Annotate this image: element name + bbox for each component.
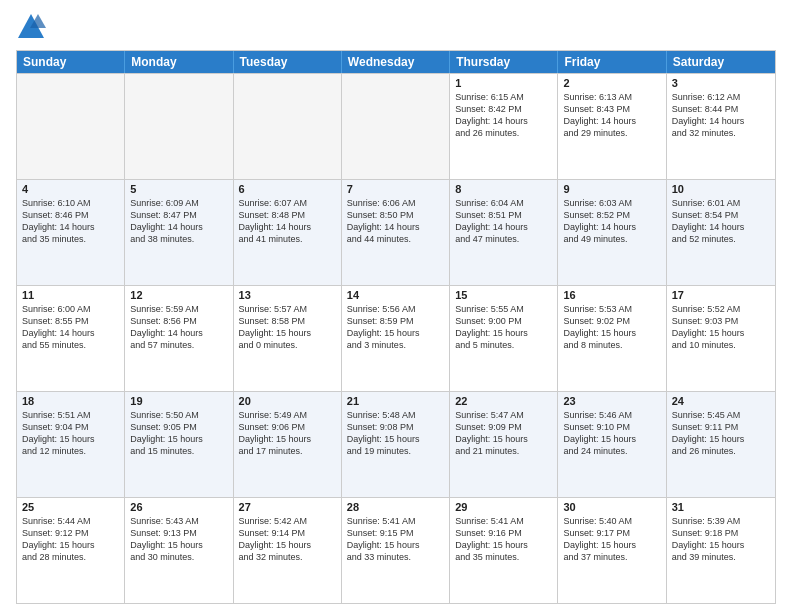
cell-text: Sunrise: 6:15 AM Sunset: 8:42 PM Dayligh… [455, 91, 552, 140]
cal-cell [17, 74, 125, 179]
cell-text: Sunrise: 5:53 AM Sunset: 9:02 PM Dayligh… [563, 303, 660, 352]
header [16, 12, 776, 42]
day-number: 9 [563, 183, 660, 195]
cell-text: Sunrise: 5:41 AM Sunset: 9:16 PM Dayligh… [455, 515, 552, 564]
day-number: 3 [672, 77, 770, 89]
day-number: 14 [347, 289, 444, 301]
cal-cell: 12Sunrise: 5:59 AM Sunset: 8:56 PM Dayli… [125, 286, 233, 391]
cell-text: Sunrise: 6:06 AM Sunset: 8:50 PM Dayligh… [347, 197, 444, 246]
cell-text: Sunrise: 5:44 AM Sunset: 9:12 PM Dayligh… [22, 515, 119, 564]
day-number: 8 [455, 183, 552, 195]
day-number: 10 [672, 183, 770, 195]
cal-cell: 24Sunrise: 5:45 AM Sunset: 9:11 PM Dayli… [667, 392, 775, 497]
cal-cell: 17Sunrise: 5:52 AM Sunset: 9:03 PM Dayli… [667, 286, 775, 391]
cell-text: Sunrise: 5:59 AM Sunset: 8:56 PM Dayligh… [130, 303, 227, 352]
cell-text: Sunrise: 5:52 AM Sunset: 9:03 PM Dayligh… [672, 303, 770, 352]
day-number: 12 [130, 289, 227, 301]
day-number: 13 [239, 289, 336, 301]
cal-header-friday: Friday [558, 51, 666, 73]
day-number: 29 [455, 501, 552, 513]
cal-cell: 26Sunrise: 5:43 AM Sunset: 9:13 PM Dayli… [125, 498, 233, 603]
cal-cell: 25Sunrise: 5:44 AM Sunset: 9:12 PM Dayli… [17, 498, 125, 603]
day-number: 21 [347, 395, 444, 407]
cell-text: Sunrise: 5:49 AM Sunset: 9:06 PM Dayligh… [239, 409, 336, 458]
cal-cell: 18Sunrise: 5:51 AM Sunset: 9:04 PM Dayli… [17, 392, 125, 497]
day-number: 1 [455, 77, 552, 89]
cal-cell: 16Sunrise: 5:53 AM Sunset: 9:02 PM Dayli… [558, 286, 666, 391]
cell-text: Sunrise: 5:48 AM Sunset: 9:08 PM Dayligh… [347, 409, 444, 458]
logo [16, 12, 50, 42]
cal-cell: 31Sunrise: 5:39 AM Sunset: 9:18 PM Dayli… [667, 498, 775, 603]
day-number: 19 [130, 395, 227, 407]
cal-week-4: 18Sunrise: 5:51 AM Sunset: 9:04 PM Dayli… [17, 391, 775, 497]
cal-week-5: 25Sunrise: 5:44 AM Sunset: 9:12 PM Dayli… [17, 497, 775, 603]
cal-cell: 5Sunrise: 6:09 AM Sunset: 8:47 PM Daylig… [125, 180, 233, 285]
calendar-body: 1Sunrise: 6:15 AM Sunset: 8:42 PM Daylig… [17, 73, 775, 603]
cal-cell: 11Sunrise: 6:00 AM Sunset: 8:55 PM Dayli… [17, 286, 125, 391]
day-number: 23 [563, 395, 660, 407]
cell-text: Sunrise: 5:50 AM Sunset: 9:05 PM Dayligh… [130, 409, 227, 458]
cell-text: Sunrise: 5:57 AM Sunset: 8:58 PM Dayligh… [239, 303, 336, 352]
day-number: 6 [239, 183, 336, 195]
day-number: 17 [672, 289, 770, 301]
cell-text: Sunrise: 6:12 AM Sunset: 8:44 PM Dayligh… [672, 91, 770, 140]
cal-cell [342, 74, 450, 179]
cal-week-3: 11Sunrise: 6:00 AM Sunset: 8:55 PM Dayli… [17, 285, 775, 391]
cal-cell: 30Sunrise: 5:40 AM Sunset: 9:17 PM Dayli… [558, 498, 666, 603]
cell-text: Sunrise: 5:47 AM Sunset: 9:09 PM Dayligh… [455, 409, 552, 458]
cell-text: Sunrise: 6:13 AM Sunset: 8:43 PM Dayligh… [563, 91, 660, 140]
cell-text: Sunrise: 5:39 AM Sunset: 9:18 PM Dayligh… [672, 515, 770, 564]
cal-cell: 1Sunrise: 6:15 AM Sunset: 8:42 PM Daylig… [450, 74, 558, 179]
cell-text: Sunrise: 5:51 AM Sunset: 9:04 PM Dayligh… [22, 409, 119, 458]
cal-cell: 15Sunrise: 5:55 AM Sunset: 9:00 PM Dayli… [450, 286, 558, 391]
cal-cell: 9Sunrise: 6:03 AM Sunset: 8:52 PM Daylig… [558, 180, 666, 285]
cal-cell: 23Sunrise: 5:46 AM Sunset: 9:10 PM Dayli… [558, 392, 666, 497]
cal-cell: 19Sunrise: 5:50 AM Sunset: 9:05 PM Dayli… [125, 392, 233, 497]
cell-text: Sunrise: 5:55 AM Sunset: 9:00 PM Dayligh… [455, 303, 552, 352]
day-number: 20 [239, 395, 336, 407]
cell-text: Sunrise: 5:40 AM Sunset: 9:17 PM Dayligh… [563, 515, 660, 564]
cal-cell [125, 74, 233, 179]
day-number: 24 [672, 395, 770, 407]
cell-text: Sunrise: 5:43 AM Sunset: 9:13 PM Dayligh… [130, 515, 227, 564]
cal-header-monday: Monday [125, 51, 233, 73]
day-number: 7 [347, 183, 444, 195]
cal-cell: 2Sunrise: 6:13 AM Sunset: 8:43 PM Daylig… [558, 74, 666, 179]
cal-cell: 10Sunrise: 6:01 AM Sunset: 8:54 PM Dayli… [667, 180, 775, 285]
day-number: 2 [563, 77, 660, 89]
day-number: 18 [22, 395, 119, 407]
day-number: 26 [130, 501, 227, 513]
day-number: 22 [455, 395, 552, 407]
day-number: 5 [130, 183, 227, 195]
cell-text: Sunrise: 6:01 AM Sunset: 8:54 PM Dayligh… [672, 197, 770, 246]
cal-cell: 6Sunrise: 6:07 AM Sunset: 8:48 PM Daylig… [234, 180, 342, 285]
day-number: 4 [22, 183, 119, 195]
cell-text: Sunrise: 6:03 AM Sunset: 8:52 PM Dayligh… [563, 197, 660, 246]
cell-text: Sunrise: 6:09 AM Sunset: 8:47 PM Dayligh… [130, 197, 227, 246]
cal-header-sunday: Sunday [17, 51, 125, 73]
cal-cell: 4Sunrise: 6:10 AM Sunset: 8:46 PM Daylig… [17, 180, 125, 285]
cal-cell: 20Sunrise: 5:49 AM Sunset: 9:06 PM Dayli… [234, 392, 342, 497]
cell-text: Sunrise: 5:56 AM Sunset: 8:59 PM Dayligh… [347, 303, 444, 352]
cal-cell: 28Sunrise: 5:41 AM Sunset: 9:15 PM Dayli… [342, 498, 450, 603]
calendar-header-row: SundayMondayTuesdayWednesdayThursdayFrid… [17, 51, 775, 73]
cal-cell: 7Sunrise: 6:06 AM Sunset: 8:50 PM Daylig… [342, 180, 450, 285]
cal-cell: 3Sunrise: 6:12 AM Sunset: 8:44 PM Daylig… [667, 74, 775, 179]
day-number: 30 [563, 501, 660, 513]
cal-header-tuesday: Tuesday [234, 51, 342, 73]
cal-cell: 27Sunrise: 5:42 AM Sunset: 9:14 PM Dayli… [234, 498, 342, 603]
cell-text: Sunrise: 6:00 AM Sunset: 8:55 PM Dayligh… [22, 303, 119, 352]
cal-cell: 29Sunrise: 5:41 AM Sunset: 9:16 PM Dayli… [450, 498, 558, 603]
cal-header-wednesday: Wednesday [342, 51, 450, 73]
cal-week-2: 4Sunrise: 6:10 AM Sunset: 8:46 PM Daylig… [17, 179, 775, 285]
cal-cell: 8Sunrise: 6:04 AM Sunset: 8:51 PM Daylig… [450, 180, 558, 285]
cal-cell [234, 74, 342, 179]
calendar: SundayMondayTuesdayWednesdayThursdayFrid… [16, 50, 776, 604]
day-number: 28 [347, 501, 444, 513]
day-number: 15 [455, 289, 552, 301]
cal-cell: 22Sunrise: 5:47 AM Sunset: 9:09 PM Dayli… [450, 392, 558, 497]
day-number: 11 [22, 289, 119, 301]
cal-header-saturday: Saturday [667, 51, 775, 73]
cell-text: Sunrise: 6:10 AM Sunset: 8:46 PM Dayligh… [22, 197, 119, 246]
day-number: 27 [239, 501, 336, 513]
